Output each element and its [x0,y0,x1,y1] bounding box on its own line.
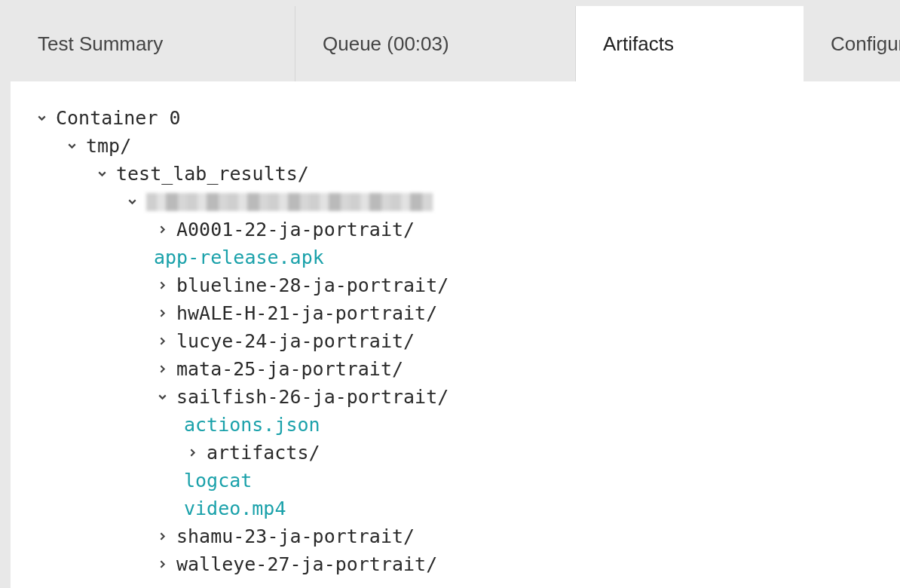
chevron-right-icon [181,446,204,459]
folder-label: hwALE-H-21-ja-portrait/ [173,299,437,327]
tree-node-shamu[interactable]: shamu-23-ja-portrait/ [30,522,880,550]
tree-node-lucye[interactable]: lucye-24-ja-portrait/ [30,327,880,355]
tree-node-a0001[interactable]: A0001-22-ja-portrait/ [30,216,880,243]
file-link[interactable]: logcat [181,467,252,495]
tab-configuration[interactable]: Configur [804,6,900,81]
tree-node-redacted[interactable] [30,188,880,216]
tab-queue[interactable]: Queue (00:03) [295,6,576,81]
tab-label: Queue (00:03) [323,32,449,56]
folder-label: artifacts/ [204,439,320,467]
tab-label: Configur [831,32,900,56]
chevron-down-icon [90,167,113,180]
tab-label: Test Summary [38,32,163,56]
chevron-right-icon [151,279,173,292]
folder-label: shamu-23-ja-portrait/ [173,522,415,550]
chevron-right-icon [151,558,173,571]
folder-label: walleye-27-ja-portrait/ [173,550,437,578]
chevron-right-icon [151,307,173,320]
tree-node-hwale[interactable]: hwALE-H-21-ja-portrait/ [30,299,880,327]
chevron-down-icon [121,195,143,208]
chevron-right-icon [151,335,173,348]
folder-label: mata-25-ja-portrait/ [173,355,403,383]
tab-artifacts[interactable]: Artifacts [576,6,804,81]
tree-file-apk[interactable]: app-release.apk [30,243,880,271]
tree-node-test-lab-results[interactable]: test_lab_results/ [30,160,880,188]
tree-node-sailfish[interactable]: sailfish-26-ja-portrait/ [30,383,880,411]
folder-label: test_lab_results/ [113,160,309,188]
tree-node-blueline[interactable]: blueline-28-ja-portrait/ [30,271,880,299]
folder-label: A0001-22-ja-portrait/ [173,216,415,243]
folder-label: lucye-24-ja-portrait/ [173,327,415,355]
tab-test-summary[interactable]: Test Summary [11,6,295,81]
chevron-down-icon [60,139,83,152]
file-link[interactable]: app-release.apk [151,243,324,271]
chevron-right-icon [151,363,173,375]
tree-node-tmp[interactable]: tmp/ [30,132,880,160]
chevron-down-icon [30,112,53,124]
chevron-right-icon [151,530,173,543]
tree-node-mata[interactable]: mata-25-ja-portrait/ [30,355,880,383]
tree-file-video[interactable]: video.mp4 [30,495,880,522]
folder-label: Container 0 [53,104,181,132]
tree-file-actions[interactable]: actions.json [30,411,880,439]
tab-label: Artifacts [603,32,674,56]
folder-label: blueline-28-ja-portrait/ [173,271,448,299]
tree-node-artifacts-dir[interactable]: artifacts/ [30,439,880,467]
tree-node-container[interactable]: Container 0 [30,104,880,132]
file-link[interactable]: video.mp4 [181,495,286,522]
artifacts-panel: Container 0 tmp/ test_lab_results/ A0001… [11,81,900,588]
folder-label: sailfish-26-ja-portrait/ [173,383,448,411]
file-link[interactable]: actions.json [181,411,320,439]
chevron-right-icon [151,223,173,236]
folder-label: tmp/ [83,132,131,160]
tree-file-logcat[interactable]: logcat [30,467,880,495]
tab-bar: Test Summary Queue (00:03) Artifacts Con… [11,6,900,81]
redacted-label [146,193,433,211]
chevron-down-icon [151,390,173,403]
tree-node-walleye[interactable]: walleye-27-ja-portrait/ [30,550,880,578]
